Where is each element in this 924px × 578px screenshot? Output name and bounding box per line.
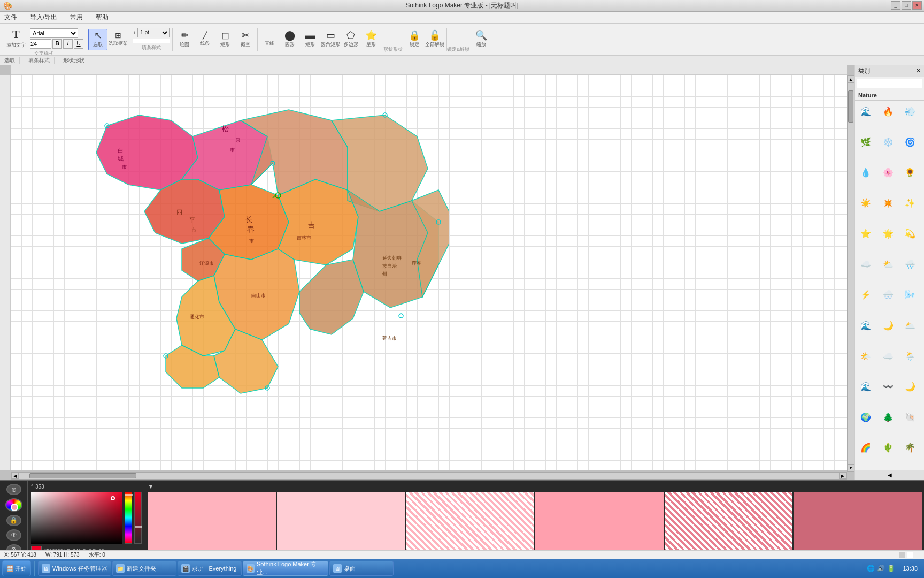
unlock-button[interactable]: 🔓全部解锁	[425, 29, 444, 50]
swatch-5[interactable]	[665, 492, 793, 557]
menu-help[interactable]: 帮助	[94, 12, 111, 23]
taskbar-sothink[interactable]: 🎨 Sothink Logo Maker 专业...	[243, 561, 328, 576]
tray-network-icon[interactable]: 🌐	[867, 565, 875, 572]
symbol-palm1[interactable]: 🌴	[901, 439, 919, 457]
star-tool[interactable]: ⭐星形	[361, 29, 381, 50]
symbol-cloud3[interactable]: 🌥️	[901, 316, 919, 334]
symbol-wave1[interactable]: 🌊	[857, 102, 875, 120]
swatch-2[interactable]	[277, 492, 405, 557]
polygon-tool[interactable]: ⬠多边形	[341, 29, 360, 50]
symbol-sun2[interactable]: ☀️	[857, 194, 875, 212]
symbol-lightning1[interactable]: ⚡	[857, 286, 875, 304]
symbol-moon1[interactable]: 🌙	[879, 316, 897, 334]
menu-common[interactable]: 常用	[68, 12, 85, 23]
symbol-cactus1[interactable]: 🌵	[879, 439, 897, 457]
toggle-2[interactable]	[907, 552, 913, 558]
alpha-slider[interactable]	[134, 492, 142, 544]
color-tool-1[interactable]: ⊕	[6, 484, 21, 495]
scroll-right-button[interactable]: ▶	[839, 473, 846, 479]
scroll-left-button[interactable]: ◀	[11, 473, 19, 479]
font-family-select[interactable]: Arial	[30, 28, 78, 38]
symbol-shell1[interactable]: 🐚	[901, 408, 919, 427]
scroll-up-button[interactable]: ▲	[847, 75, 854, 83]
symbol-star2[interactable]: 🌟	[879, 225, 897, 243]
swatch-6[interactable]	[794, 492, 922, 557]
symbol-moon2[interactable]: 🌙	[901, 377, 919, 396]
color-eye-btn[interactable]: 👁	[6, 529, 21, 541]
swatch-3[interactable]	[406, 492, 534, 557]
select-all-button[interactable]: ⊞ 选取框架	[109, 29, 128, 50]
swatch-4[interactable]	[535, 492, 664, 557]
add-text-button[interactable]: T 添加文字	[4, 28, 28, 49]
taskbar-folder[interactable]: 📁 新建文件夹	[112, 561, 176, 576]
color-wheel-btn[interactable]	[5, 498, 22, 511]
eraser-tool[interactable]: ◻矩形	[215, 29, 235, 50]
taskbar-recorder[interactable]: 🎬 录屏 - Everything	[178, 561, 242, 576]
pencil-tool[interactable]: ✏绘图	[175, 29, 194, 50]
symbol-snow1[interactable]: 🌨️	[879, 286, 897, 304]
taskbar-desktop[interactable]: 🖥 桌面	[329, 561, 394, 576]
symbol-sun1[interactable]: 🌻	[901, 163, 919, 181]
symbol-star3[interactable]: 💫	[901, 225, 919, 243]
maximize-button[interactable]: □	[902, 1, 911, 10]
zoom-tool[interactable]: 🔍缩放	[472, 29, 491, 50]
italic-button[interactable]: I	[63, 39, 73, 49]
tray-battery-icon[interactable]: 🔋	[887, 565, 895, 572]
symbol-cloud1[interactable]: ☁️	[857, 255, 875, 273]
line-shape-tool[interactable]: —直线	[260, 29, 279, 50]
symbol-wave4[interactable]: 〰️	[879, 377, 897, 396]
line-tool[interactable]: ╱线条	[195, 29, 214, 50]
symbol-sparkle1[interactable]: ✨	[901, 194, 919, 212]
main-canvas[interactable]: 白 城 市 松 原 市 四 平 市 长 春 市 吉 吉林市 延边朝鲜 族自治 州…	[11, 75, 847, 470]
color-lock-btn[interactable]: 🔒	[6, 515, 21, 526]
symbol-wave3[interactable]: 🌊	[857, 377, 875, 396]
close-button[interactable]: ✕	[912, 1, 922, 10]
underline-button[interactable]: U	[74, 39, 83, 49]
scroll-thumb-vertical[interactable]	[848, 90, 853, 123]
tray-volume-icon[interactable]: 🔊	[877, 565, 885, 572]
rect-tool[interactable]: ▬矩形	[301, 29, 320, 50]
symbol-cloud6[interactable]: 🌦️	[901, 347, 919, 365]
toggle-1[interactable]	[899, 552, 905, 558]
swatch-1[interactable]	[148, 492, 276, 557]
symbol-swirl1[interactable]: 🌀	[901, 133, 919, 151]
symbol-leaf1[interactable]: 🌿	[857, 133, 875, 151]
symbol-star1[interactable]: ⭐	[857, 225, 875, 243]
lock-button[interactable]: 🔒锁定	[405, 29, 424, 50]
panel-search-input[interactable]	[857, 79, 922, 88]
cut-tool[interactable]: ✂截空	[236, 29, 255, 50]
symbol-snowflake1[interactable]: ❄️	[879, 133, 897, 151]
symbol-earth1[interactable]: 🌍	[857, 408, 875, 427]
symbol-cloud2[interactable]: ⛅	[879, 255, 897, 273]
hue-slider[interactable]	[125, 492, 132, 544]
symbol-drop1[interactable]: 💧	[857, 163, 875, 181]
scroll-down-button[interactable]: ▼	[847, 464, 854, 471]
start-button[interactable]: 🪟 开始	[2, 560, 31, 576]
line-width-select[interactable]: 1 pt 2 pt	[137, 28, 170, 37]
panel-expand-button[interactable]: ◀	[855, 470, 924, 480]
symbol-flower1[interactable]: 🌸	[879, 163, 897, 181]
round-rect-tool[interactable]: ▭圆角矩形	[321, 29, 340, 50]
font-size-input[interactable]	[30, 39, 51, 49]
symbol-wind2[interactable]: 🌬️	[901, 286, 919, 304]
select-button[interactable]: ↖ 选取	[88, 29, 107, 50]
symbol-fire1[interactable]: 🔥	[879, 102, 897, 120]
vertical-scrollbar[interactable]: ▲ ▼	[847, 75, 854, 472]
symbol-cloud5[interactable]: ☁️	[879, 347, 897, 365]
symbol-rainbow1[interactable]: 🌈	[857, 439, 875, 457]
menu-file[interactable]: 文件	[2, 12, 19, 23]
symbol-tree1[interactable]: 🌲	[879, 408, 897, 427]
bold-button[interactable]: B	[52, 39, 62, 49]
panel-close-icon[interactable]: ✕	[916, 67, 921, 74]
palette-dropdown-arrow[interactable]: ▼	[148, 483, 154, 490]
scroll-thumb-horizontal[interactable]	[29, 473, 136, 478]
menu-import[interactable]: 导入/导出	[28, 12, 59, 23]
symbol-starburst1[interactable]: ✴️	[879, 194, 897, 212]
circle-tool[interactable]: ⬤圆形	[280, 29, 299, 50]
taskbar-task-manager[interactable]: 🖥 Windows 任务管理器	[38, 561, 111, 576]
symbol-cloud4[interactable]: 🌤️	[857, 347, 875, 365]
symbol-wave2[interactable]: 🌊	[857, 316, 875, 334]
horizontal-scrollbar[interactable]: ◀ ▶	[11, 472, 847, 480]
hsv-gradient-box[interactable]	[31, 492, 122, 544]
minimize-button[interactable]: _	[891, 1, 900, 10]
